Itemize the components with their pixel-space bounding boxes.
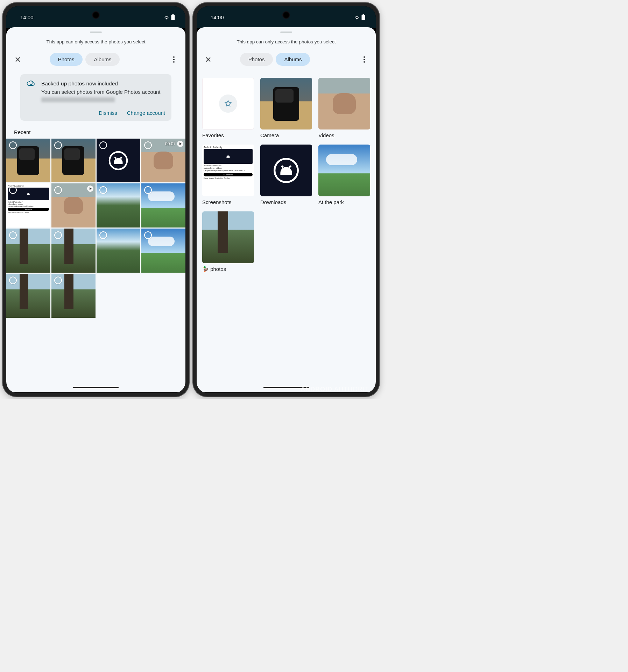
photo-thumb[interactable]	[141, 183, 185, 227]
android-logo-icon	[272, 156, 300, 184]
access-notice: This app can only access the photos you …	[6, 38, 185, 53]
photo-thumb[interactable]	[51, 139, 96, 183]
select-circle[interactable]	[9, 231, 17, 239]
more-button[interactable]	[358, 54, 370, 65]
album-videos[interactable]: Videos	[318, 78, 370, 138]
more-button[interactable]	[168, 54, 180, 65]
album-camera[interactable]: Camera	[260, 78, 312, 138]
info-title: Backed up photos now included	[41, 80, 165, 88]
gesture-bar[interactable]	[6, 383, 185, 392]
sheet-grabber[interactable]	[280, 31, 292, 33]
photo-thumb[interactable]	[97, 229, 141, 273]
tab-photos[interactable]: Photos	[50, 53, 83, 66]
photo-thumb[interactable]	[97, 183, 141, 227]
svg-point-14	[283, 169, 285, 171]
change-account-button[interactable]: Change account	[127, 110, 165, 116]
svg-rect-9	[363, 14, 364, 15]
album-duck-photos[interactable]: 🦆 photos	[202, 211, 254, 272]
video-thumb[interactable]	[51, 183, 96, 227]
play-icon	[177, 141, 183, 147]
select-circle[interactable]	[99, 231, 107, 239]
camera-cutout	[92, 11, 100, 19]
photo-thumb[interactable]	[6, 229, 50, 273]
section-recent: Recent	[6, 126, 185, 139]
svg-point-6	[116, 159, 118, 161]
play-icon	[87, 186, 93, 192]
photo-thumb[interactable]	[51, 274, 96, 318]
svg-point-10	[364, 56, 365, 58]
album-favorites[interactable]: Favorites	[202, 78, 254, 138]
tab-albums[interactable]: Albums	[276, 53, 310, 66]
access-notice: This app can only access the photos you …	[197, 38, 376, 53]
tabs: Photos Albums	[50, 53, 120, 66]
photo-thumb[interactable]: Android Authority Android Authority ✔sub…	[6, 183, 50, 227]
album-label: Downloads	[260, 199, 312, 205]
select-circle[interactable]	[99, 186, 107, 194]
tabs: Photos Albums	[240, 53, 310, 66]
svg-point-7	[119, 159, 121, 161]
album-label: Screenshots	[202, 199, 254, 205]
select-circle[interactable]	[9, 141, 17, 149]
video-duration: 00:07	[165, 141, 176, 146]
battery-icon	[361, 14, 365, 20]
album-label: Camera	[260, 132, 312, 138]
sheet-grabber[interactable]	[90, 31, 102, 33]
redacted-account	[41, 97, 115, 102]
svg-rect-8	[362, 15, 365, 20]
photo-thumb[interactable]	[6, 139, 50, 183]
star-icon	[224, 99, 232, 108]
close-button[interactable]	[12, 54, 24, 65]
album-screenshots[interactable]: Android Authority Android Authority ✔sub…	[202, 145, 254, 205]
info-body: You can select photos from Google Photos…	[41, 89, 161, 95]
photo-grid: 00:07 Android Authority Android Authorit…	[6, 139, 185, 318]
picker-sheet: This app can only access the photos you …	[6, 27, 185, 392]
more-icon	[364, 56, 365, 63]
svg-point-4	[173, 61, 175, 63]
select-circle[interactable]	[54, 141, 62, 149]
video-thumb[interactable]: 00:07	[141, 139, 185, 183]
select-circle[interactable]	[54, 231, 62, 239]
svg-rect-0	[171, 15, 175, 20]
svg-point-11	[364, 59, 365, 60]
picker-sheet: This app can only access the photos you …	[197, 27, 376, 392]
photo-thumb[interactable]	[51, 229, 96, 273]
svg-point-2	[173, 56, 175, 58]
photo-thumb[interactable]	[141, 229, 185, 273]
tab-albums[interactable]: Albums	[85, 53, 120, 66]
android-logo-icon	[108, 150, 129, 171]
album-label: Videos	[318, 132, 370, 138]
video-badge: 00:07	[165, 141, 183, 147]
album-label: Favorites	[202, 132, 254, 138]
more-icon	[173, 56, 175, 63]
close-button[interactable]	[202, 54, 214, 65]
battery-icon	[171, 14, 175, 20]
select-circle[interactable]	[54, 276, 62, 284]
svg-point-15	[288, 169, 290, 171]
phone-frame-right: 14:00 This app can only access the photo…	[193, 3, 379, 397]
dismiss-button[interactable]: Dismiss	[99, 110, 117, 116]
phone-frame-left: 14:00 This app can only access the photo…	[3, 3, 189, 397]
watermark: ANDROID AUTHORITY	[301, 386, 374, 393]
wifi-icon	[163, 15, 170, 20]
album-grid: Favorites Camera Videos Android Authorit…	[197, 73, 376, 277]
close-icon	[205, 56, 212, 63]
tab-photos[interactable]: Photos	[240, 53, 273, 66]
svg-point-12	[364, 61, 365, 63]
select-circle[interactable]	[9, 276, 17, 284]
select-circle[interactable]	[99, 141, 107, 149]
album-label: At the park	[318, 199, 370, 205]
cloud-icon	[27, 80, 35, 87]
camera-cutout	[282, 11, 290, 19]
wifi-icon	[354, 15, 360, 20]
svg-rect-1	[172, 14, 174, 15]
album-downloads[interactable]: Downloads	[260, 145, 312, 205]
backup-info-card: Backed up photos now included You can se…	[20, 74, 171, 121]
photo-thumb[interactable]	[6, 274, 50, 318]
select-circle[interactable]	[54, 186, 62, 194]
album-label: 🦆 photos	[202, 266, 254, 272]
album-at-the-park[interactable]: At the park	[318, 145, 370, 205]
status-time: 14:00	[20, 14, 34, 20]
photo-thumb[interactable]	[97, 139, 141, 183]
close-icon	[14, 56, 21, 63]
select-circle[interactable]	[144, 141, 152, 149]
